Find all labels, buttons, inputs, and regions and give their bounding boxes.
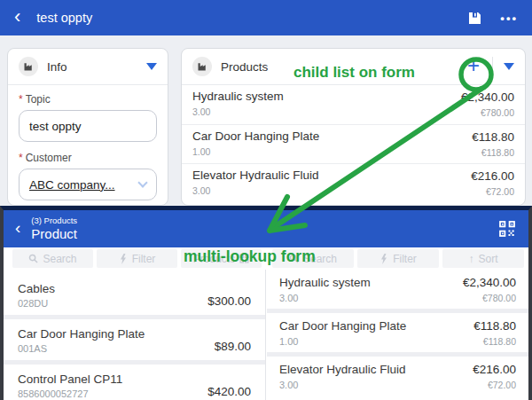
products-panel: Products + Hydraulic system 3.00 €2,340.…	[181, 48, 526, 206]
lookup-toolbar: Search Filter Products Search Filter	[4, 247, 528, 270]
collapse-caret-icon[interactable]	[146, 63, 157, 70]
customer-lookup[interactable]: ABC company...	[19, 169, 157, 200]
entity-icon	[19, 57, 38, 76]
info-panel-header[interactable]: Info	[8, 49, 168, 85]
entity-icon	[192, 57, 212, 76]
sort-arrow-icon: ↑	[468, 253, 473, 265]
sort-button[interactable]: ↑ Sort	[442, 249, 524, 268]
info-panel: Info *Topic test oppty *Customer ABC com…	[7, 48, 168, 206]
required-mark: *	[19, 93, 23, 106]
lookup-subtitle: (3) Products	[31, 216, 77, 226]
barcode-scan-icon[interactable]	[498, 220, 516, 238]
required-mark: *	[19, 152, 23, 164]
lookup-header: ‹ (3) Products Product	[4, 210, 528, 247]
list-item[interactable]: Cables 028DU $300.00	[4, 274, 265, 315]
products-panel-title: Products	[221, 60, 268, 74]
list-item[interactable]: Elevator Hydraulic Fluid 3.00 €216.00 €7…	[267, 352, 528, 396]
info-panel-title: Info	[47, 60, 67, 74]
products-scan-button[interactable]: Products	[181, 249, 262, 268]
product-row[interactable]: Car Door Hanging Plate 1.00 €118.80 €118…	[182, 124, 525, 163]
chevron-down-icon	[137, 177, 147, 187]
customer-label: *Customer	[19, 152, 157, 164]
list-item[interactable]: Car Door Hanging Plate 001AS $89.00	[4, 315, 265, 360]
list-item[interactable]: Hydraulic system 3.00 €2,340.00 €780.00	[267, 270, 528, 309]
search-button[interactable]: Search	[272, 249, 354, 268]
product-row[interactable]: Elevator Hydraulic Fluid 3.00 €216.00 €7…	[182, 163, 525, 202]
filter-button[interactable]: Filter	[357, 249, 439, 268]
lookup-all-products-list: Cables 028DU $300.00 Car Door Hanging Pl…	[4, 270, 266, 400]
save-icon[interactable]	[467, 11, 482, 26]
add-product-button[interactable]: +	[467, 55, 480, 76]
topic-label: *Topic	[19, 93, 157, 106]
app-bar: ‹ test oppty •••	[0, 0, 532, 35]
filter-button[interactable]: Filter	[97, 249, 177, 268]
list-item[interactable]: Control Panel CP11 8586000052727 $420.00	[4, 360, 265, 400]
products-panel-header[interactable]: Products +	[182, 49, 525, 85]
customer-value: ABC company...	[29, 178, 115, 192]
divider	[492, 57, 493, 76]
back-icon[interactable]: ‹	[15, 218, 20, 238]
list-item[interactable]: Car Door Hanging Plate 1.00 €118.80 €118…	[267, 309, 528, 352]
lookup-selected-products-list: Hydraulic system 3.00 €2,340.00 €780.00 …	[267, 270, 528, 400]
collapse-caret-icon[interactable]	[504, 63, 514, 70]
search-button[interactable]: Search	[12, 249, 93, 268]
multi-lookup-form: ‹ (3) Products Product	[0, 206, 532, 400]
product-row[interactable]: Hydraulic system 3.00 €2,340.00 €780.00	[182, 85, 525, 124]
topic-value: test oppty	[29, 120, 82, 133]
back-icon[interactable]: ‹	[14, 7, 20, 27]
topic-input[interactable]: test oppty	[19, 110, 157, 142]
lookup-title: Product	[31, 226, 77, 243]
more-icon[interactable]: •••	[500, 12, 518, 25]
page-title: test oppty	[36, 11, 92, 25]
